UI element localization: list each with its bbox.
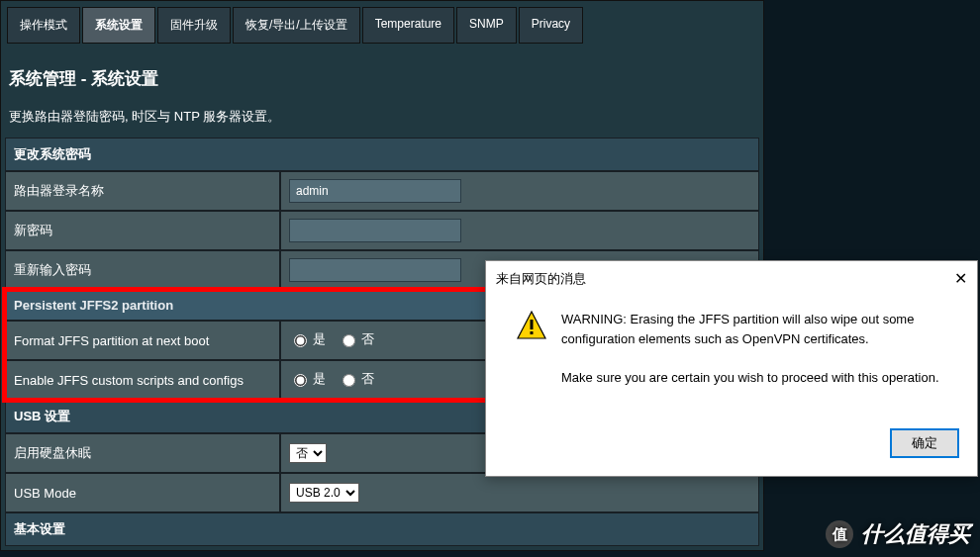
watermark-icon: 值: [826, 520, 853, 548]
tab-system[interactable]: 系统设置: [82, 7, 155, 44]
page-description: 更换路由器登陆密码, 时区与 NTP 服务器设置。: [9, 108, 755, 126]
tab-snmp[interactable]: SNMP: [456, 7, 517, 44]
retype-password-input[interactable]: [289, 258, 461, 282]
jffs-format-no-radio[interactable]: [343, 334, 355, 347]
dialog-message: WARNING: Erasing the JFFS partition will…: [561, 310, 957, 387]
watermark-text: 什么值得买: [861, 519, 970, 549]
jffs-scripts-yes-radio[interactable]: [294, 374, 307, 387]
retype-password-label: 重新输入密码: [5, 250, 280, 290]
svg-rect-1: [531, 320, 534, 329]
tab-restore[interactable]: 恢复/导出/上传设置: [233, 7, 360, 44]
jffs-format-label: Format JFFS partition at next boot: [5, 321, 280, 360]
watermark: 值 什么值得买: [826, 519, 970, 549]
login-name-label: 路由器登录名称: [5, 171, 280, 211]
jffs-scripts-label: Enable JFFS custom scripts and configs: [5, 360, 280, 400]
jffs-format-yes-radio[interactable]: [294, 334, 307, 347]
usb-hdd-sleep-select[interactable]: 否: [289, 443, 327, 463]
tab-privacy[interactable]: Privacy: [519, 7, 583, 44]
usb-hdd-sleep-label: 启用硬盘休眠: [5, 433, 280, 473]
svg-rect-2: [531, 331, 534, 334]
tab-opmode[interactable]: 操作模式: [7, 7, 80, 44]
section-basic-header: 基本设置: [5, 512, 759, 546]
close-icon[interactable]: ✕: [954, 269, 967, 288]
new-password-label: 新密码: [5, 211, 280, 250]
tab-firmware[interactable]: 固件升级: [157, 7, 231, 44]
new-password-input[interactable]: [289, 219, 461, 242]
tab-temperature[interactable]: Temperature: [362, 7, 454, 44]
page-title: 系统管理 - 系统设置: [9, 67, 755, 90]
ok-button[interactable]: 确定: [890, 428, 959, 458]
tab-bar: 操作模式 系统设置 固件升级 恢复/导出/上传设置 Temperature SN…: [7, 7, 763, 44]
login-name-input[interactable]: [289, 179, 461, 203]
dialog-title: 来自网页的消息: [496, 270, 586, 288]
section-password-header: 更改系统密码: [5, 138, 759, 171]
usb-mode-select[interactable]: USB 2.0: [289, 483, 359, 503]
alert-dialog: 来自网页的消息 ✕ WARNING: Erasing the JFFS part…: [485, 260, 978, 477]
usb-mode-label: USB Mode: [5, 473, 280, 512]
jffs-scripts-no-radio[interactable]: [343, 374, 355, 387]
warning-icon: [516, 310, 547, 341]
